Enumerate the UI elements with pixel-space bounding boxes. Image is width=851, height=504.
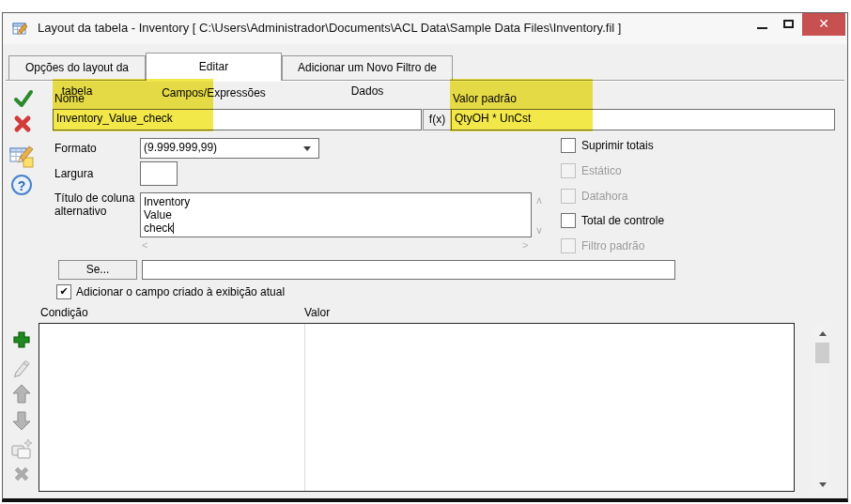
valor-padrao-label: Valor padrão: [453, 92, 517, 105]
tab-strip-divider: [6, 80, 844, 82]
edit-table-layout-button[interactable]: [8, 143, 35, 169]
close-button[interactable]: ✕: [802, 13, 845, 36]
datahora-label: Datahora: [581, 190, 627, 203]
minimize-icon: [757, 27, 767, 29]
discard-entry-button[interactable]: [13, 115, 32, 133]
se-condition-input[interactable]: [142, 260, 675, 280]
minimize-button[interactable]: [750, 13, 776, 36]
scrollbar-down-button[interactable]: [814, 477, 830, 492]
condition-list-scrollbar[interactable]: [814, 326, 830, 492]
move-down-button: [12, 411, 31, 431]
text-caret: [173, 222, 174, 234]
triangle-down-icon: [819, 482, 827, 487]
move-up-button: [12, 384, 31, 404]
scrollbar-up-button[interactable]: [814, 326, 830, 341]
add-to-view-label: Adicionar o campo criado à exibição atua…: [76, 285, 285, 298]
delete-condition-button: [12, 465, 31, 483]
maximize-button[interactable]: [776, 13, 802, 36]
edit-table-icon: [8, 143, 35, 169]
red-x-icon: [13, 115, 32, 133]
edit-condition-button: [12, 357, 33, 377]
maximize-icon: [783, 20, 794, 28]
titulo-coluna-label: Título de coluna alternativo: [54, 191, 141, 218]
checkmark-icon: ✔: [59, 285, 68, 297]
title-bar: Layout da tabela - Inventory [ C:\Users\…: [3, 13, 847, 44]
estatico-checkbox: [561, 163, 576, 178]
arrow-up-icon: [12, 384, 31, 404]
tab-opcoes-layout[interactable]: Opções do layout da tabela: [8, 55, 146, 80]
valor-padrao-input[interactable]: QtyOH * UnCst: [451, 109, 835, 130]
se-condition-button[interactable]: Se...: [58, 260, 137, 280]
option-row-total-controle: Total de controle: [561, 213, 664, 228]
option-row-suprimir-totais: Suprimir totais: [561, 138, 654, 153]
gray-x-icon: [12, 465, 31, 483]
tab-editar-campos[interactable]: Editar Campos/Expressões: [146, 53, 282, 81]
scrollbar-thumb[interactable]: [815, 343, 829, 363]
option-row-datahora: Datahora: [561, 189, 627, 204]
green-check-icon: [13, 88, 34, 109]
triangle-up-icon: [819, 331, 827, 336]
nome-input[interactable]: Inventory_Value_check: [53, 109, 422, 130]
formato-label: Formato: [54, 142, 97, 155]
condition-list[interactable]: [39, 323, 795, 492]
total-controle-checkbox[interactable]: [561, 213, 576, 228]
filtro-padrao-checkbox: [561, 238, 576, 253]
condition-list-column-divider: [304, 324, 305, 491]
chevron-down-icon: [303, 146, 311, 151]
largura-input[interactable]: [140, 161, 178, 186]
suprimir-totais-label: Suprimir totais: [581, 139, 654, 152]
scroll-up-icon[interactable]: ∧: [535, 195, 543, 206]
screenshot-root: { "window": { "title": "Layout da tabela…: [0, 0, 851, 504]
question-icon: ?: [18, 178, 26, 193]
suprimir-totais-checkbox[interactable]: [561, 138, 576, 153]
fx-expression-button[interactable]: f(x): [423, 109, 452, 130]
condicao-column-header: Condição: [40, 306, 88, 319]
window-title: Layout da tabela - Inventory [ C:\Users\…: [38, 13, 621, 43]
datahora-checkbox: [561, 189, 576, 204]
titulo-coluna-textarea[interactable]: Inventory Value check: [140, 192, 532, 237]
plus-icon: [11, 329, 32, 350]
option-row-filtro-padrao: Filtro padrão: [561, 238, 644, 253]
add-to-view-checkbox[interactable]: ✔: [56, 284, 71, 299]
scroll-down-icon[interactable]: ∨: [535, 225, 543, 236]
table-layout-dialog: Layout da tabela - Inventory [ C:\Users\…: [2, 12, 848, 502]
add-to-view-row: ✔ Adicionar o campo criado à exibição at…: [56, 284, 285, 299]
valor-column-header: Valor: [304, 306, 330, 319]
filtro-padrao-label: Filtro padrão: [581, 239, 644, 252]
duplicate-condition-button: [10, 437, 33, 460]
help-button[interactable]: ?: [11, 175, 32, 195]
formato-select[interactable]: (9.999.999,99): [140, 138, 319, 159]
arrow-down-icon: [12, 411, 31, 431]
accept-entry-button[interactable]: [13, 88, 34, 109]
add-condition-button[interactable]: [11, 329, 32, 350]
option-row-estatico: Estático: [561, 163, 622, 178]
duplicate-icon: [10, 437, 33, 460]
total-controle-label: Total de controle: [581, 214, 664, 227]
table-layout-icon: [12, 21, 29, 38]
scroll-right-icon[interactable]: >: [522, 240, 528, 251]
largura-label: Largura: [54, 167, 93, 180]
tab-novo-filtro[interactable]: Adicionar um Novo Filtro de Dados: [282, 55, 453, 80]
estatico-label: Estático: [581, 164, 622, 177]
scroll-left-icon[interactable]: <: [142, 240, 147, 251]
pencil-icon: [12, 357, 33, 377]
